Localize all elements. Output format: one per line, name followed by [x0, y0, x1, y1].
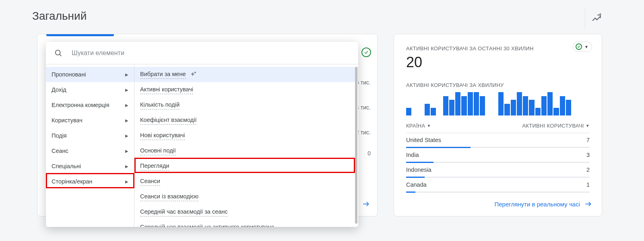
table-row: Indonesia2	[406, 163, 590, 177]
metric-label: Середній час взаємодії на активного кори…	[140, 223, 274, 227]
bar	[504, 104, 510, 115]
chevron-right-icon: ▶	[125, 134, 128, 138]
bar	[425, 104, 430, 115]
arrow-right-icon	[584, 200, 592, 208]
metric-item[interactable]: Середній час взаємодії на активного кори…	[134, 220, 358, 227]
bar	[468, 92, 473, 115]
metric-item[interactable]: Коефіцієнт взаємодії	[134, 113, 358, 128]
bar	[517, 92, 522, 115]
table-row: United States7	[406, 133, 590, 147]
metric-item[interactable]: Сеанси із взаємодією	[134, 189, 358, 204]
view-realtime-link[interactable]: Переглянути в реальному часі	[494, 200, 592, 208]
category-label: Користувач	[52, 117, 83, 124]
bar	[406, 108, 411, 115]
metric-list: Вибрати за менеАктивні користувачіКількі…	[134, 64, 358, 227]
insights-button[interactable]: +	[589, 11, 604, 26]
category-item[interactable]: Сторінка/екран▶	[46, 174, 134, 189]
bar	[449, 100, 454, 115]
realtime-status-chip[interactable]: ▼	[573, 41, 592, 52]
metric-item[interactable]: Перегляди	[134, 159, 358, 174]
scrollbar[interactable]	[355, 67, 357, 224]
table-col-country[interactable]: КРАЇНА ▼	[406, 123, 431, 129]
bar	[455, 92, 460, 115]
chevron-right-icon: ▶	[125, 88, 128, 92]
row-progress	[406, 192, 590, 193]
category-item[interactable]: Користувач▶	[46, 113, 134, 128]
bar	[511, 100, 516, 115]
category-item[interactable]: Дохід▶	[46, 82, 134, 97]
realtime-title-per-minute: АКТИВНІ КОРИСТУВАЧІ ЗА ХВИЛИНУ	[406, 82, 590, 88]
category-label: Сеанс	[52, 148, 68, 154]
row-progress	[406, 147, 590, 148]
bar	[547, 92, 553, 115]
bar	[480, 96, 485, 115]
realtime-card: АКТИВНІ КОРИСТУВАЧІ ЗА ОСТАННІ 30 ХВИЛИН…	[394, 34, 602, 216]
metric-item[interactable]: Нові користувачі	[134, 128, 358, 143]
metric-item[interactable]: Середній час взаємодії за сеанс	[134, 204, 358, 220]
metric-label: Активні користувачі	[140, 85, 193, 94]
metric-item[interactable]: Активні користувачі	[134, 82, 358, 97]
check-icon	[364, 50, 369, 55]
metric-item[interactable]: Основні події	[134, 143, 358, 159]
chevron-down-icon: ▼	[584, 45, 588, 49]
metric-item[interactable]: Вибрати за мене	[134, 67, 358, 82]
country-name: Indonesia	[406, 167, 431, 173]
bar	[541, 96, 547, 115]
category-item[interactable]: Електронна комерція▶	[46, 97, 134, 113]
active-tab-indicator	[46, 34, 114, 36]
category-label: Дохід	[52, 87, 66, 93]
metric-item[interactable]: Кількість подій	[134, 97, 358, 113]
page-title: Загальний	[32, 10, 87, 23]
insights-icon: +	[591, 13, 602, 24]
realtime-active-users: 20	[406, 54, 590, 71]
country-name: Canada	[406, 181, 427, 188]
chevron-right-icon: ▶	[125, 72, 128, 77]
metric-label: Сеанси із взаємодією	[140, 192, 198, 201]
category-label: Подія	[52, 132, 67, 139]
category-item[interactable]: Сеанс▶	[46, 143, 134, 159]
metric-item[interactable]: Сеанси	[134, 174, 358, 189]
sparkle-icon	[190, 71, 197, 78]
metric-label: Коефіцієнт взаємодії	[140, 116, 196, 124]
bar	[535, 108, 541, 115]
svg-line-3	[60, 54, 61, 56]
realtime-title-30min: АКТИВНІ КОРИСТУВАЧІ ЗА ОСТАННІ 30 ХВИЛИН	[406, 45, 590, 51]
metric-label: Нові користувачі	[140, 131, 185, 140]
status-check-badge	[361, 47, 371, 57]
row-progress	[406, 177, 590, 178]
y-tick: 0	[367, 150, 371, 157]
metric-picker-panel: Пропоновані▶Дохід▶Електронна комерція▶Ко…	[46, 42, 358, 227]
svg-text:+: +	[599, 13, 602, 16]
row-progress	[406, 162, 590, 163]
bar	[560, 96, 565, 115]
table-col-users[interactable]: АКТИВНІ КОРИСТУВАЧІ ▼	[522, 123, 590, 129]
bar	[461, 96, 466, 115]
bar	[523, 96, 528, 115]
country-name: India	[406, 152, 419, 158]
bar	[529, 100, 534, 115]
category-label: Сторінка/екран	[52, 178, 93, 185]
bar	[553, 108, 559, 115]
chevron-right-icon: ▶	[125, 164, 128, 169]
bar	[431, 108, 436, 115]
status-ok-icon	[576, 43, 582, 50]
metric-label: Вибрати за мене	[140, 70, 186, 78]
bar	[443, 96, 448, 115]
category-label: Спеціальні	[52, 163, 81, 169]
link-text: Переглянути в реальному часі	[494, 201, 580, 208]
category-item[interactable]: Пропоновані▶	[46, 67, 134, 82]
metric-label: Середній час взаємодії за сеанс	[140, 208, 228, 216]
category-label: Пропоновані	[52, 71, 86, 78]
user-count: 2	[586, 167, 590, 173]
realtime-table-header: КРАЇНА ▼ АКТИВНІ КОРИСТУВАЧІ ▼	[406, 123, 590, 129]
chevron-right-icon: ▶	[125, 149, 128, 153]
metric-label: Основні події	[140, 146, 176, 155]
category-item[interactable]: Спеціальні▶	[46, 159, 134, 174]
table-row: India3	[406, 148, 590, 162]
user-count: 3	[586, 152, 590, 158]
chevron-down-icon: ▼	[427, 124, 431, 128]
category-item[interactable]: Подія▶	[46, 128, 134, 143]
realtime-bar-chart	[406, 92, 590, 115]
user-count: 1	[586, 181, 590, 188]
metric-search-input[interactable]	[71, 49, 350, 57]
